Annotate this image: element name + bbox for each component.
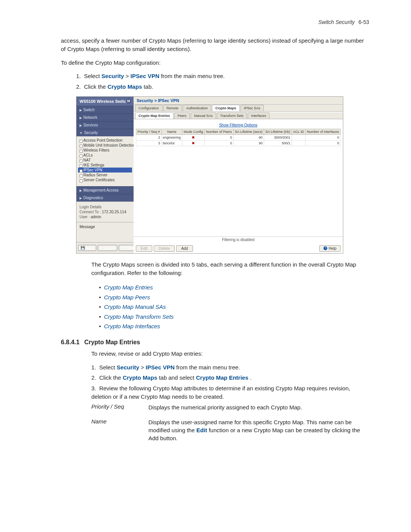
link-crypto-map-interfaces[interactable]: Crypto Map Interfaces <box>104 323 160 329</box>
logout-icon: ↩ <box>100 246 104 250</box>
after-figure-paragraph: The Crypto Maps screen is divided into 5… <box>91 260 369 277</box>
delete-button[interactable]: Delete <box>154 245 175 252</box>
refresh-icon: ⟳ <box>121 246 124 250</box>
secondary-tabs: Crypto Map Entries Peers Manual SAs Tran… <box>134 112 343 119</box>
help-button[interactable]: ? Help <box>319 245 341 252</box>
crypto-maps-tab-ref: Crypto Maps <box>107 83 142 90</box>
col-sa-lifetime-kb[interactable]: SA Lifetime (Kb) <box>264 129 292 134</box>
logout-button[interactable]: ↩Logout <box>98 245 118 251</box>
save-icon: 💾 <box>81 246 85 250</box>
show-filtering-options-link[interactable]: Show Filtering Options <box>136 123 341 127</box>
section-title: Crypto Map Entries <box>84 339 140 345</box>
tab-remote[interactable]: Remote <box>163 105 182 111</box>
step-a-2: 2. Click the Crypto Maps tab. <box>76 83 369 91</box>
tab-crypto-maps[interactable]: Crypto Maps <box>212 105 240 111</box>
def-term-priority: Priority / Seq <box>91 403 148 411</box>
tree-wireless-filters[interactable]: Wireless Filters <box>78 148 132 153</box>
nav-diagnostics[interactable]: ▶Diagnostics <box>76 194 134 201</box>
nav-switch[interactable]: ▶Switch <box>76 106 134 113</box>
edit-ref: Edit <box>196 427 207 433</box>
col-number-of-peers[interactable]: Number of Peers <box>204 129 233 134</box>
link-crypto-map-entries[interactable]: Crypto Map Entries <box>104 284 153 291</box>
header-page: 6-53 <box>358 19 369 25</box>
step-a-1: 1. Select Security > IPSec VPN from the … <box>76 72 369 80</box>
col-acl-id[interactable]: ACL ID <box>292 129 305 134</box>
sidebar: WS5100 Wireless Switch M ▶Switch ▶Networ… <box>76 97 134 253</box>
section-number: 6.8.4.1 <box>61 339 80 345</box>
primary-tabs: Configuration Remote Authentication Cryp… <box>134 105 343 112</box>
subtab-manual-sas[interactable]: Manual SAs <box>191 112 216 119</box>
content-area: Show Filtering Options Priority / Seq # … <box>134 119 343 253</box>
message-box: Message <box>76 222 134 242</box>
col-mode-config[interactable]: Mode Config <box>182 129 205 134</box>
link-crypto-map-transform-sets[interactable]: Crypto Map Transform Sets <box>104 313 174 320</box>
filter-status: Filtering is disabled <box>134 236 343 242</box>
ipsec-vpn-link: IPSec VPN <box>131 73 159 79</box>
tree-nat[interactable]: NAT <box>78 158 132 163</box>
step-b-2: 2. Click the Crypto Maps tab and select … <box>91 374 369 382</box>
def-desc-name: Displays the user-assigned name for this… <box>148 418 369 442</box>
nav-security[interactable]: ▼Security <box>76 129 134 136</box>
save-button[interactable]: 💾Save <box>78 245 96 251</box>
intro-paragraph-1: access, specify a fewer number of Crypto… <box>61 37 369 53</box>
tree-server-certificates[interactable]: Server Certificates <box>78 177 132 182</box>
tree-acls[interactable]: ACLs <box>78 153 132 158</box>
main-panel: Security > IPSec VPN Configuration Remot… <box>134 97 343 253</box>
tab-ipsec-sas[interactable]: IPSec SAs <box>241 105 264 111</box>
crypto-map-links: •Crypto Map Entries •Crypto Map Peers •C… <box>99 283 369 331</box>
crypto-maps-table: Priority / Seq # Name Mode Config Number… <box>136 129 341 146</box>
section-intro: To review, revise or add Crypto Map entr… <box>91 350 369 358</box>
def-desc-priority: Displays the numerical priority assigned… <box>148 403 369 411</box>
tree-radius-server[interactable]: Radius Server <box>78 173 132 177</box>
breadcrumb: Security > IPSec VPN <box>134 97 343 105</box>
attribute-definitions: Priority / Seq Displays the numerical pr… <box>91 403 369 442</box>
user-value: admin <box>91 215 101 219</box>
step-b-1: 1. Select Security > IPSec VPN from the … <box>91 363 369 372</box>
edit-button[interactable]: Edit <box>136 245 152 252</box>
connect-to-value: 172.20.25.114 <box>102 210 126 214</box>
subtab-peers[interactable]: Peers <box>174 112 190 119</box>
tree-ipsec-vpn[interactable]: IPSec VPN <box>78 168 132 173</box>
add-button[interactable]: Add <box>176 245 193 252</box>
tree-access-point-detection[interactable]: Access Point Detection <box>78 138 132 143</box>
x-icon: ✖ <box>182 134 205 140</box>
page-header: Switch Security 6-53 <box>61 19 369 25</box>
security-tree: Access Point Detection Mobile Unit Intru… <box>76 136 134 186</box>
subtab-crypto-map-entries[interactable]: Crypto Map Entries <box>135 112 174 119</box>
table-row[interactable]: 3 lancelot ✖ 0 90 500/1 0 <box>136 140 341 146</box>
tab-authentication[interactable]: Authentication <box>183 105 211 111</box>
intro-paragraph-2: To define the Crypto Map configuration: <box>61 59 369 67</box>
col-sa-lifetime-secs[interactable]: SA Lifetime (secs) <box>233 129 264 134</box>
security-link: Security <box>102 73 124 79</box>
col-number-of-interfaces[interactable]: Number of Interfaces <box>305 129 340 134</box>
tree-mobile-unit-intrusion[interactable]: Mobile Unit Intrusion Detection <box>78 143 132 148</box>
screenshot-figure: WS5100 Wireless Switch M ▶Switch ▶Networ… <box>76 96 343 254</box>
header-title: Switch Security <box>318 19 355 25</box>
table-row[interactable]: 2 engineering ✖ 0 90 3000/2001 0 <box>136 134 341 140</box>
nav-services[interactable]: ▶Services <box>76 121 134 129</box>
x-icon: ✖ <box>182 140 205 146</box>
help-icon: ? <box>323 246 327 250</box>
col-priority-seq[interactable]: Priority / Seq # <box>136 129 162 134</box>
subtab-interfaces[interactable]: Interfaces <box>248 112 270 119</box>
def-term-name: Name <box>91 418 148 442</box>
link-crypto-map-manual-sas[interactable]: Crypto Map Manual SAs <box>104 304 166 310</box>
step-b-3: 3. Review the following Crypto Map attri… <box>91 384 369 401</box>
login-details: Login Details Connect To : 172.20.25.114… <box>76 201 134 222</box>
subtab-transform-sets[interactable]: Transform Sets <box>217 112 247 119</box>
tree-ike-settings[interactable]: IKE Settings <box>78 163 132 168</box>
col-name[interactable]: Name <box>161 129 182 134</box>
nav-management-access[interactable]: ▶Management Access <box>76 186 134 194</box>
product-title: WS5100 Wireless Switch M <box>76 97 134 106</box>
section-heading: 6.8.4.1 Crypto Map Entries <box>61 339 369 346</box>
tab-configuration[interactable]: Configuration <box>135 105 162 111</box>
link-crypto-map-peers[interactable]: Crypto Map Peers <box>104 294 150 300</box>
brand-icon: M <box>126 98 131 104</box>
nav-network[interactable]: ▶Network <box>76 113 134 121</box>
